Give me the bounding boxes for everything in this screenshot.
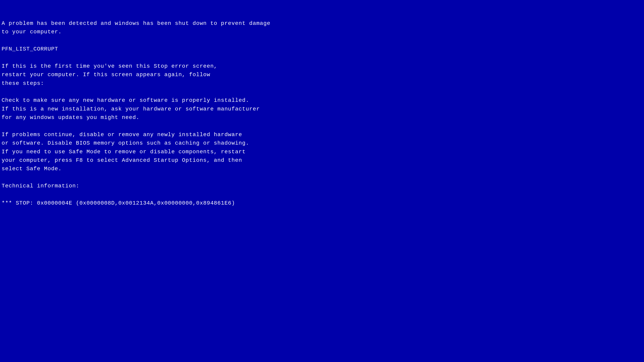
error_code: PFN_LIST_CORRUPT [2,45,642,53]
line4: restart your computer. If this screen ap… [2,70,642,79]
blank5 [2,173,642,182]
line11: If you need to use Safe Mode to remove o… [2,148,642,156]
line3: If this is the first time you've seen th… [2,62,642,70]
bsod-text-content: A problem has been detected and windows … [2,2,642,207]
line9: If problems continue, disable or remove … [2,130,642,139]
line5: these steps: [2,79,642,88]
blank2 [2,53,642,62]
line10: or software. Disable BIOS memory options… [2,139,642,147]
line12: your computer, press F8 to select Advanc… [2,156,642,165]
bsod-screen: A problem has been detected and windows … [0,0,644,362]
stop_code: *** STOP: 0x0000004E (0x0000008D,0x00121… [2,199,642,207]
line13: select Safe Mode. [2,165,642,173]
blank3 [2,88,642,96]
blank6 [2,190,642,199]
tech_header: Technical information: [2,182,642,190]
line1: A problem has been detected and windows … [2,19,642,28]
blank1 [2,36,642,45]
line7: If this is a new installation, ask your … [2,105,642,113]
line6: Check to make sure any new hardware or s… [2,96,642,105]
line8: for any windows updates you might need. [2,113,642,122]
line2: to your computer. [2,28,642,36]
blank4 [2,122,642,130]
